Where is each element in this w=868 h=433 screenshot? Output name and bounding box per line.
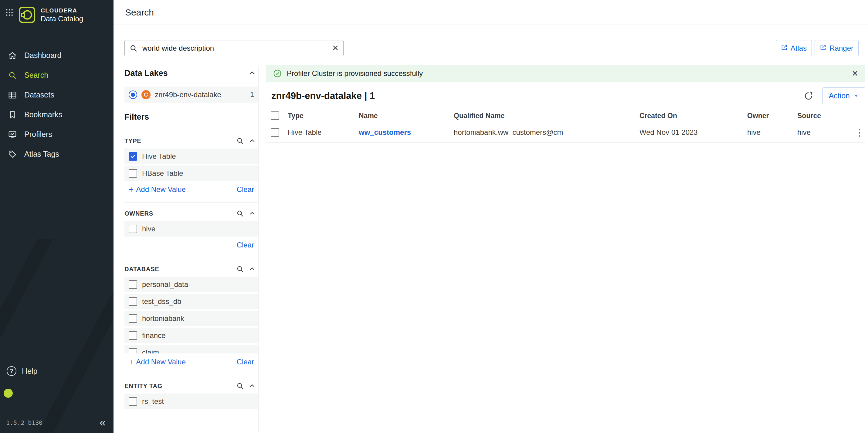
select-all-cell [266,111,288,120]
filter-option-label: finance [142,331,165,340]
radio-selected-icon[interactable] [129,90,137,99]
data-lake-option[interactable]: C znr49b-env-datalake 1 [124,87,258,103]
help-label: Help [22,367,37,376]
close-alert-icon[interactable]: ✕ [851,69,858,78]
sidebar: CLOUDERA Data Catalog Dashboard Search D… [0,0,114,433]
checkbox-icon[interactable] [271,111,279,120]
filter-option[interactable]: Hive Table [124,148,258,164]
filter-option[interactable]: hive [124,221,258,236]
tag-icon [7,150,18,159]
version-label: 1.5.2-b130 [6,419,42,426]
checkbox-checked-icon[interactable] [129,152,137,161]
brand-name: CLOUDERA [41,7,83,14]
filter-section-header: TYPE [124,135,258,147]
checkbox-icon[interactable] [129,225,137,233]
filter-option-label: HBase Table [142,169,183,178]
filter-option[interactable]: test_dss_db [124,294,258,309]
clear-search-icon[interactable]: ✕ [332,44,339,53]
sidebar-item-dashboard[interactable]: Dashboard [0,46,114,65]
filter-links: Clear [124,241,258,250]
main-content: Search ✕ Atlas Ranger Data Lakes C znr4 [114,0,868,433]
cell-created-on: Wed Nov 01 2023 [640,128,747,137]
add-new-value-link[interactable]: + Add New Value [129,358,186,366]
profilers-icon [7,130,18,139]
bookmarks-icon [7,110,18,119]
search-input[interactable] [124,40,344,56]
plus-icon: + [129,358,133,366]
filter-option[interactable]: finance [124,328,258,343]
filter-section-title: OWNERS [124,210,234,217]
results-title: znr49b-env-datalake | 1 [271,90,375,102]
plus-icon: + [129,185,133,194]
filter-option[interactable]: claim [124,345,258,353]
refresh-icon[interactable] [804,91,813,101]
filter-section-header: OWNERS [124,207,258,220]
entity-name-link[interactable]: ww_customers [359,128,454,137]
check-circle-icon [273,69,282,78]
filters-heading: Filters [124,112,258,122]
action-button[interactable]: Action [823,87,865,104]
table-header-row: Type Name Qualified Name Created On Owne… [266,109,865,122]
filter-search-icon[interactable] [234,382,246,390]
sidebar-item-profilers[interactable]: Profilers [0,124,114,144]
checkbox-icon[interactable] [129,314,137,323]
checkbox-icon[interactable] [129,397,137,406]
data-lakes-title: Data Lakes [124,68,246,78]
ranger-button[interactable]: Ranger [814,40,859,56]
filter-option-label: test_dss_db [142,297,181,306]
checkbox-icon[interactable] [129,280,137,289]
filter-option[interactable]: hortoniabank [124,311,258,326]
sidebar-item-help[interactable]: ? Help [7,366,37,376]
atlas-button[interactable]: Atlas [776,40,812,56]
search-icon [129,44,138,54]
filter-option-label: personal_data [142,280,188,289]
column-header-name: Name [359,112,454,120]
row-select-cell [266,128,288,137]
ranger-button-label: Ranger [830,44,854,53]
sidebar-item-label: Atlas Tags [24,150,59,158]
checkbox-icon[interactable] [129,331,137,340]
collapse-sidebar-icon[interactable]: « [99,417,105,428]
column-header-owner: Owner [747,112,797,120]
sidebar-item-datasets[interactable]: Datasets [0,85,114,105]
checkbox-icon[interactable] [271,128,279,137]
clear-link[interactable]: Clear [237,358,254,366]
filter-option-label: Hive Table [142,152,176,161]
chevron-up-icon[interactable] [246,69,258,78]
chevron-up-icon[interactable] [246,382,258,390]
chevron-up-icon[interactable] [246,209,258,218]
filter-section-entity-tag: ENTITY TAG rs_test [124,375,258,409]
external-link-icon [781,44,787,53]
checkbox-icon[interactable] [129,348,137,354]
filter-panel: Data Lakes C znr49b-env-datalake 1 Filte… [124,66,258,433]
row-kebab-menu-icon[interactable]: ⋮ [854,127,865,138]
chevron-up-icon[interactable] [246,137,258,145]
filter-search-icon[interactable] [234,265,246,273]
filter-option[interactable]: HBase Table [124,166,258,181]
add-new-value-label: Add New Value [136,358,186,366]
cloudera-logo-icon[interactable] [18,6,36,25]
data-lake-name: znr49b-env-datalake [155,90,221,99]
brand: CLOUDERA Data Catalog [0,0,114,25]
filter-section-title: TYPE [124,138,234,145]
filter-option-list: personal_data test_dss_db hortoniabank f… [124,275,258,353]
app-grid-icon[interactable] [5,8,13,18]
filter-option[interactable]: personal_data [124,277,258,292]
cell-qualified-name: hortoniabank.ww_customers@cm [454,128,640,137]
chevron-up-icon[interactable] [246,265,258,273]
checkbox-icon[interactable] [129,297,137,306]
clear-link[interactable]: Clear [237,185,254,194]
filter-search-icon[interactable] [234,209,246,218]
sidebar-item-bookmarks[interactable]: Bookmarks [0,105,114,124]
clear-link[interactable]: Clear [237,241,254,249]
sidebar-item-search[interactable]: Search [0,65,114,85]
status-dot [4,389,13,398]
filter-search-icon[interactable] [234,137,246,145]
sidebar-item-atlas-tags[interactable]: Atlas Tags [0,144,114,164]
add-new-value-link[interactable]: + Add New Value [129,185,186,194]
data-lake-count: 1 [250,90,254,99]
checkbox-icon[interactable] [129,169,137,178]
filter-section-title: DATABASE [124,266,234,273]
filter-option[interactable]: rs_test [124,394,258,409]
column-header-source: Source [797,112,854,120]
